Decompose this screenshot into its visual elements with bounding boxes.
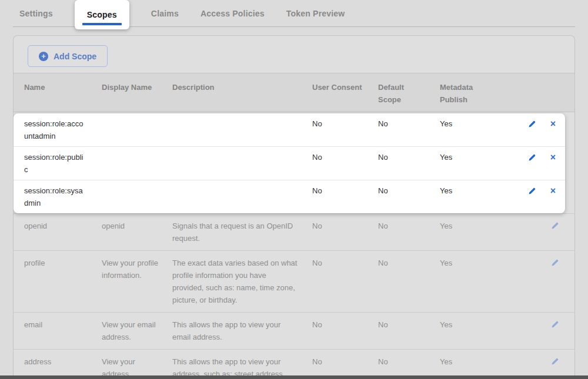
table-row-address: address View your address. This allows t… bbox=[14, 349, 574, 379]
scope-display-name bbox=[96, 147, 166, 180]
scope-display-name: View your email address. bbox=[96, 313, 166, 349]
highlighted-rows-group: session:role:accountadmin No No Yes × se… bbox=[14, 113, 565, 213]
table-header-row: Name Display Name Description User Conse… bbox=[14, 73, 574, 112]
tab-settings[interactable]: Settings bbox=[19, 9, 53, 18]
scope-display-name: View your address. bbox=[96, 350, 166, 379]
scope-description bbox=[166, 147, 306, 180]
tab-access-policies[interactable]: Access Policies bbox=[201, 9, 265, 18]
tab-token-preview[interactable]: Token Preview bbox=[286, 9, 345, 18]
header-user-consent: User Consent bbox=[306, 73, 372, 112]
edit-scope-button[interactable] bbox=[528, 153, 536, 162]
scope-name: session:role:public bbox=[14, 147, 96, 180]
scope-user-consent: No bbox=[306, 214, 372, 250]
scope-default-scope: No bbox=[372, 313, 434, 349]
delete-scope-button[interactable]: × bbox=[550, 186, 556, 196]
header-description: Description bbox=[166, 73, 306, 112]
scope-name: email bbox=[14, 313, 96, 349]
scope-name: session:role:sysadmin bbox=[14, 180, 96, 213]
pencil-icon bbox=[528, 187, 536, 195]
scope-user-consent: No bbox=[306, 113, 372, 146]
scope-description: This allows the app to view your email a… bbox=[166, 313, 306, 349]
scope-name: openid bbox=[14, 214, 96, 250]
table-row-session-role-accountadmin: session:role:accountadmin No No Yes × bbox=[14, 113, 565, 146]
edit-scope-button[interactable] bbox=[551, 258, 559, 267]
table-row-profile: profile View your profile information. T… bbox=[14, 250, 574, 312]
scope-metadata-publish: Yes bbox=[434, 113, 505, 146]
edit-scope-button[interactable] bbox=[551, 357, 559, 366]
plus-icon: + bbox=[39, 52, 48, 61]
scope-metadata-publish: Yes bbox=[434, 251, 505, 312]
scope-user-consent: No bbox=[306, 313, 372, 349]
table-row-session-role-sysadmin: session:role:sysadmin No No Yes × bbox=[14, 180, 565, 213]
scope-user-consent: No bbox=[306, 147, 372, 180]
scope-user-consent: No bbox=[306, 180, 372, 213]
edit-scope-button[interactable] bbox=[551, 320, 559, 329]
pencil-icon bbox=[528, 153, 536, 162]
pencil-icon bbox=[528, 120, 536, 128]
scope-default-scope: No bbox=[372, 214, 434, 250]
table-row-email: email View your email address. This allo… bbox=[14, 312, 574, 349]
scope-display-name bbox=[96, 180, 166, 213]
scope-default-scope: No bbox=[372, 251, 434, 312]
scope-description: The exact data varies based on what prof… bbox=[166, 251, 306, 312]
scope-metadata-publish: Yes bbox=[434, 180, 505, 213]
header-name: Name bbox=[14, 73, 96, 112]
scope-default-scope: No bbox=[372, 180, 434, 213]
scope-metadata-publish: Yes bbox=[434, 313, 505, 349]
tab-claims[interactable]: Claims bbox=[151, 9, 179, 18]
pencil-icon bbox=[551, 320, 559, 328]
scope-default-scope: No bbox=[372, 350, 434, 379]
tab-bar: Settings Scopes Claims Access Policies T… bbox=[13, 0, 575, 27]
scope-default-scope: No bbox=[372, 113, 434, 146]
add-scope-label: Add Scope bbox=[54, 52, 96, 61]
scope-default-scope: No bbox=[372, 147, 434, 180]
scope-description bbox=[166, 180, 306, 213]
header-default-scope: Default Scope bbox=[372, 73, 434, 112]
edit-scope-button[interactable] bbox=[528, 186, 536, 196]
add-scope-button[interactable]: + Add Scope bbox=[28, 45, 108, 67]
pencil-icon bbox=[551, 222, 559, 230]
scope-description: Signals that a request is an OpenID requ… bbox=[166, 214, 306, 250]
scope-display-name: View your profile information. bbox=[96, 251, 166, 312]
header-metadata-publish: Metadata Publish bbox=[434, 73, 505, 112]
table-toolbar: + Add Scope bbox=[14, 36, 574, 73]
table-row-openid: openid openid Signals that a request is … bbox=[14, 213, 574, 250]
active-tab-underline bbox=[82, 23, 122, 25]
scope-metadata-publish: Yes bbox=[434, 214, 505, 250]
table-row-session-role-public: session:role:public No No Yes × bbox=[14, 146, 565, 180]
header-display-name: Display Name bbox=[96, 73, 166, 112]
scope-metadata-publish: Yes bbox=[434, 147, 505, 180]
header-actions bbox=[505, 73, 574, 112]
edit-scope-button[interactable] bbox=[551, 221, 559, 230]
pencil-icon bbox=[551, 259, 559, 267]
scope-user-consent: No bbox=[306, 251, 372, 312]
delete-scope-button[interactable]: × bbox=[550, 153, 556, 162]
scope-name: session:role:accountadmin bbox=[14, 113, 96, 146]
scope-name: profile bbox=[14, 251, 96, 312]
scope-name: address bbox=[14, 350, 96, 379]
delete-scope-button[interactable]: × bbox=[550, 119, 556, 129]
scope-display-name bbox=[96, 113, 166, 146]
tab-scopes[interactable]: Scopes bbox=[75, 0, 129, 29]
scope-display-name: openid bbox=[96, 214, 166, 250]
scope-metadata-publish: Yes bbox=[434, 350, 505, 379]
pencil-icon bbox=[551, 357, 559, 365]
scope-description bbox=[166, 113, 306, 146]
authorization-server-page: Settings Scopes Claims Access Policies T… bbox=[0, 0, 588, 379]
scope-user-consent: No bbox=[306, 350, 372, 379]
scopes-table-card: + Add Scope Name Display Name Descriptio… bbox=[13, 35, 575, 379]
edit-scope-button[interactable] bbox=[528, 119, 536, 129]
window-bottom-edge bbox=[0, 375, 588, 379]
scope-description: This allows the app to view your address… bbox=[166, 350, 306, 379]
tab-scopes-label: Scopes bbox=[87, 10, 117, 19]
